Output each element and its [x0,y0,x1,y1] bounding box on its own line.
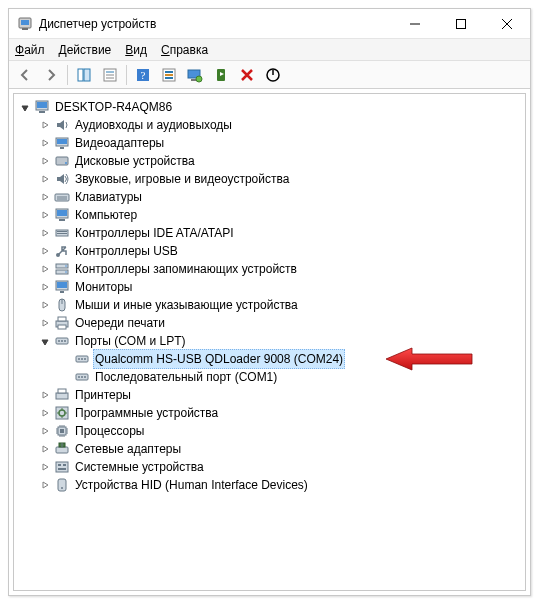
titlebar: Диспетчер устройств [9,9,530,39]
tree-category[interactable]: Мыши и иные указывающие устройства [16,296,521,314]
display-icon [54,135,70,151]
tree-category[interactable]: Очереди печати [16,314,521,332]
toolbar-showhide[interactable] [72,63,96,87]
ide-icon [54,225,70,241]
expander-closed[interactable] [38,118,52,132]
tree-category[interactable]: Сетевые адаптеры [16,440,521,458]
svg-point-41 [65,265,67,267]
svg-rect-33 [57,210,67,216]
tree-root[interactable]: DESKTOP-R4AQM86 [16,98,521,116]
tree-category[interactable]: Контроллеры IDE ATA/ATAPI [16,224,521,242]
tree-category[interactable]: Звуковые, игровые и видеоустройства [16,170,521,188]
menu-action[interactable]: Действие [59,43,112,57]
expander-closed[interactable] [38,262,52,276]
arrow-left-icon [17,67,33,83]
toolbar-properties[interactable] [98,63,122,87]
svg-rect-5 [84,69,90,81]
usb-icon [54,243,70,259]
scan-icon [161,67,177,83]
expander-none [58,352,72,366]
tree-category[interactable]: Процессоры [16,422,521,440]
tree-category-label: Процессоры [73,422,147,440]
tree-category[interactable]: Видеоадаптеры [16,134,521,152]
expander-closed[interactable] [38,136,52,150]
toolbar-forward[interactable] [39,63,63,87]
menu-view[interactable]: Вид [125,43,147,57]
svg-point-77 [61,487,63,489]
menu-help[interactable]: Справка [161,43,208,57]
svg-rect-25 [57,139,67,144]
expander-closed[interactable] [38,298,52,312]
tree-category[interactable]: Принтеры [16,386,521,404]
printq-icon [54,315,70,331]
monitor-gear-icon [187,67,203,83]
toolbar-back[interactable] [13,63,37,87]
arrow-right-icon [43,67,59,83]
expander-closed[interactable] [38,226,52,240]
tree-category[interactable]: Контроллеры запоминающих устройств [16,260,521,278]
svg-rect-68 [60,429,64,433]
toolbar-update-driver[interactable] [183,63,207,87]
toolbar-separator [126,65,127,85]
tree-category[interactable]: Клавиатуры [16,188,521,206]
computer-icon [54,207,70,223]
svg-rect-23 [39,111,45,113]
toolbar-separator [67,65,68,85]
menubar: Файл Действие Вид Справка [9,39,530,61]
svg-rect-26 [60,147,64,149]
monitor-icon [54,279,70,295]
minimize-button[interactable] [392,9,438,39]
tree-category[interactable]: Компьютер [16,206,521,224]
expander-closed[interactable] [38,478,52,492]
expander-closed[interactable] [38,460,52,474]
expander-closed[interactable] [38,244,52,258]
expander-closed[interactable] [38,316,52,330]
tree-category-label: Клавиатуры [73,188,144,206]
expander-closed[interactable] [38,172,52,186]
toolbar-disable[interactable] [261,63,285,87]
svg-rect-75 [58,468,66,470]
close-icon [502,19,512,29]
tree-device[interactable]: Qualcomm HS-USB QDLoader 9008 (COM24) [16,350,521,368]
toolbar-uninstall[interactable] [235,63,259,87]
tree-category[interactable]: Устройства HID (Human Interface Devices) [16,476,521,494]
software-icon [54,405,70,421]
expander-closed[interactable] [38,406,52,420]
expander-closed[interactable] [38,442,52,456]
hid-icon [54,477,70,493]
expander-closed[interactable] [38,208,52,222]
toolbar-help[interactable]: ? [131,63,155,87]
device-tree[interactable]: DESKTOP-R4AQM86 Аудиовходы и аудиовыходы… [13,93,526,591]
expander-closed[interactable] [38,280,52,294]
expander-closed[interactable] [38,154,52,168]
tree-category[interactable]: Порты (COM и LPT) [16,332,521,350]
tree-category[interactable]: Системные устройства [16,458,521,476]
toolbar-enable[interactable] [209,63,233,87]
maximize-button[interactable] [438,9,484,39]
app-window: Диспетчер устройств Файл Действие Вид Сп… [8,8,531,596]
expander-closed[interactable] [38,424,52,438]
tree-category-label: Очереди печати [73,314,167,332]
tree-category[interactable]: Контроллеры USB [16,242,521,260]
expander-open[interactable] [38,334,52,348]
tree-category-label: Контроллеры USB [73,242,180,260]
tree-device[interactable]: Последовательный порт (COM1) [16,368,521,386]
expander-closed[interactable] [38,190,52,204]
computer-icon [34,99,50,115]
toolbar-scan[interactable] [157,63,181,87]
menu-file[interactable]: Файл [15,43,45,57]
tree-category[interactable]: Аудиовходы и аудиовыходы [16,116,521,134]
svg-point-28 [65,162,67,164]
tree-category[interactable]: Мониторы [16,278,521,296]
net-icon [54,441,70,457]
tree-category[interactable]: Программные устройства [16,404,521,422]
properties-icon [102,67,118,83]
tree-category[interactable]: Дисковые устройства [16,152,521,170]
tree-device-label: Последовательный порт (COM1) [93,368,279,386]
expander-closed[interactable] [38,388,52,402]
svg-rect-36 [57,231,67,232]
close-button[interactable] [484,9,530,39]
svg-rect-74 [63,464,66,466]
tree-category-label: Устройства HID (Human Interface Devices) [73,476,310,494]
expander-open[interactable] [18,100,32,114]
